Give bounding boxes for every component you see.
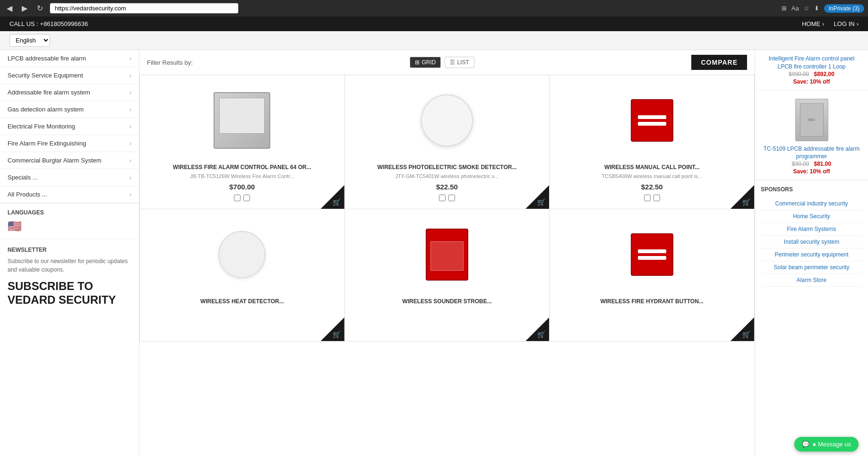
sidebar-item-security-service-arrow: › [129, 72, 131, 79]
home-label: HOME [802, 20, 820, 27]
sidebar-item-electrical[interactable]: Electrical Fire Monitoring › [0, 118, 139, 135]
message-button[interactable]: 💬 ● Message us [794, 437, 859, 452]
featured-product-prices-2: $90.00 $81.00 [761, 161, 862, 167]
sidebar-item-lpcb-arrow: › [129, 55, 131, 62]
sidebar-item-burglar-arrow: › [129, 157, 131, 164]
product-checkbox-2b[interactable] [448, 195, 455, 201]
sidebar-item-lpcb-label: LPCB addressable fire alarm [8, 55, 86, 62]
cart-corner-6[interactable]: 🛒 [730, 317, 754, 341]
sidebar-item-security-service[interactable]: Security Service Equipment › [0, 67, 139, 84]
right-panel: Intelligent Fire Alarm control panel LPC… [755, 50, 868, 456]
featured-product-content-2: IMG TC-5109 LPCB addressable fire alarm … [761, 99, 862, 175]
product-image-hydrant-button[interactable] [614, 217, 690, 292]
home-chevron-icon: › [822, 20, 824, 27]
cart-corner-4[interactable]: 🛒 [321, 317, 344, 341]
sidebar-item-specials-arrow: › [129, 174, 131, 181]
product-name-5: WIRELESS SOUNDER STROBE... [402, 298, 491, 305]
product-image-sounder-strobe[interactable] [409, 217, 485, 292]
sponsor-link-perimeter[interactable]: Perimeter security equipment [761, 248, 862, 261]
product-checkbox-3a[interactable] [644, 195, 651, 201]
sidebar-item-fire-alarm[interactable]: Fire Alarm Fire Extinguishing › [0, 135, 139, 152]
list-icon: ☰ [450, 59, 455, 66]
url-bar[interactable] [50, 3, 239, 14]
product-checkbox-2a[interactable] [439, 195, 446, 201]
cart-icon-1: 🛒 [333, 198, 341, 206]
featured-product-link-2[interactable]: TC-5109 LPCB addressable fire alarm prog… [764, 145, 859, 160]
sidebar-item-addressable[interactable]: Addressable fire alarm system › [0, 84, 139, 101]
newsletter-text: Subscribe to our newsletter for periodic… [8, 257, 131, 274]
filter-label: Filter Results by: [147, 59, 193, 66]
cart-icon-4: 🛒 [333, 331, 341, 338]
back-button[interactable]: ◀ [4, 3, 15, 14]
product-image-heat-detector[interactable] [204, 217, 280, 292]
sidebar-item-specials-label: Specials ... [8, 174, 38, 181]
sponsor-link-install[interactable]: Install security system [761, 236, 862, 248]
home-link[interactable]: HOME › [802, 20, 824, 27]
cart-corner-3[interactable]: 🛒 [730, 185, 754, 209]
product-card-2: WIRELESS PHOTOELECTRIC SMOKE DETECTOR...… [345, 75, 550, 209]
product-card-5: WIRELESS SOUNDER STROBE... 🛒 [345, 209, 550, 341]
cart-icon-2: 🛒 [537, 198, 545, 206]
save-badge-2: Save: 10% off [761, 168, 862, 175]
cart-icon-6: 🛒 [742, 331, 750, 338]
browser-chrome: ◀ ▶ ↻ ⊞ Aa ☆ ⬇ InPrivate (3) [0, 0, 868, 17]
product-code-2: JTY-GM-TC5401W wireless photoelectric s.… [395, 173, 498, 179]
product-checkbox-3b[interactable] [653, 195, 660, 201]
sponsor-link-solar[interactable]: Solar beam perimeter security [761, 261, 862, 274]
language-selector[interactable]: English Chinese Spanish [9, 34, 50, 47]
sidebar-item-all-products-arrow: › [129, 191, 131, 198]
new-price-2: $81.00 [814, 161, 832, 167]
product-image-manual-call-point[interactable] [614, 83, 690, 158]
us-flag-icon[interactable]: 🇺🇸 [8, 220, 22, 232]
sponsor-link-alarm-store[interactable]: Alarm Store [761, 274, 862, 287]
product-actions-3 [644, 195, 660, 201]
grid-icon: ⊞ [415, 59, 420, 66]
content-area: Filter Results by: ⊞ GRID ☰ LIST COMPARE [139, 50, 755, 456]
sidebar-item-gas[interactable]: Gas detection alarm system › [0, 101, 139, 118]
list-label: LIST [457, 59, 469, 66]
old-price-2: $90.00 [792, 161, 809, 167]
product-price-2: $22.50 [436, 183, 458, 191]
product-name-4: WIRELESS HEAT DETECTOR... [200, 298, 284, 305]
refresh-button[interactable]: ↻ [34, 3, 46, 14]
newsletter-title: NEWSLETTER [8, 247, 131, 253]
languages-section: LANGUAGES 🇺🇸 [0, 203, 139, 239]
sponsor-link-commercial[interactable]: Commercial industry security [761, 197, 862, 210]
cart-corner-1[interactable]: 🛒 [321, 185, 344, 209]
sounder-strobe-image [426, 229, 468, 281]
extensions-icon: ⊞ [782, 5, 787, 12]
sidebar-item-specials[interactable]: Specials ... › [0, 169, 139, 186]
compare-button[interactable]: COMPARE [691, 55, 747, 70]
reader-icon: Aa [791, 5, 799, 12]
product-checkbox-1a[interactable] [234, 195, 241, 201]
product-card-3: WIRELESS MANUAL CALL POINT... TCSB5406W … [550, 75, 755, 209]
sidebar-item-addressable-label: Addressable fire alarm system [8, 89, 90, 96]
sidebar-item-electrical-label: Electrical Fire Monitoring [8, 123, 75, 130]
list-view-button[interactable]: ☰ LIST [445, 57, 474, 68]
product-image-control-panel[interactable] [204, 83, 280, 158]
product-grid: WIRELESS FIRE ALARM CONTROL PANEL 64 OR.… [139, 75, 755, 341]
forward-button[interactable]: ▶ [19, 3, 30, 14]
sponsor-link-fire-alarm[interactable]: Fire Alarm Systems [761, 223, 862, 236]
cart-corner-5[interactable]: 🛒 [525, 317, 549, 341]
featured-product-link-1[interactable]: Intelligent Fire Alarm control panel LPC… [769, 55, 854, 70]
sidebar-item-lpcb[interactable]: LPCB addressable fire alarm › [0, 50, 139, 67]
login-chevron-icon: › [857, 20, 859, 27]
sidebar-item-burglar-label: Commercial Burglar Alarm System [8, 157, 102, 164]
sidebar-item-all-products-label: All Products ... [8, 191, 47, 198]
sponsor-link-home[interactable]: Home Security [761, 210, 862, 223]
login-link[interactable]: LOG IN › [834, 20, 859, 27]
sidebar-item-all-products[interactable]: All Products ... › [0, 186, 139, 203]
product-actions-2 [439, 195, 455, 201]
grid-view-button[interactable]: ⊞ GRID [410, 57, 441, 68]
featured-product-1: Intelligent Fire Alarm control panel LPC… [755, 50, 868, 90]
sidebar-item-burglar[interactable]: Commercial Burglar Alarm System › [0, 152, 139, 169]
product-name-3: WIRELESS MANUAL CALL POINT... [604, 164, 700, 171]
phone-number: CALL US : +8618050996636 [9, 20, 88, 27]
cart-corner-2[interactable]: 🛒 [525, 185, 549, 209]
newsletter-section: NEWSLETTER Subscribe to our newsletter f… [0, 239, 139, 315]
product-checkbox-1b[interactable] [243, 195, 250, 201]
product-image-smoke-detector[interactable] [409, 83, 485, 158]
sidebar-item-gas-arrow: › [129, 106, 131, 113]
manual-call-point-image [631, 99, 673, 142]
